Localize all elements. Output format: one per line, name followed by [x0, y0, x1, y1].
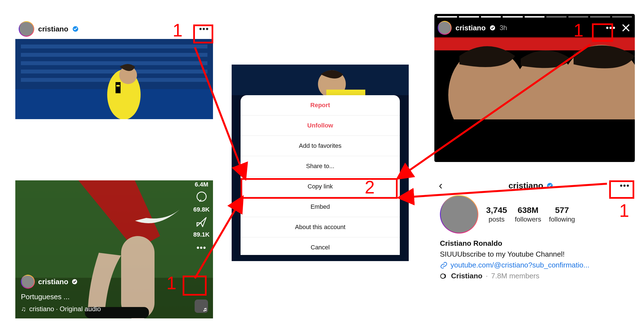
reel-action-rail: 6.4M 69.8K 89.1K •••: [193, 180, 210, 318]
stat-following[interactable]: 577 following: [549, 205, 575, 223]
share-icon[interactable]: [195, 216, 208, 228]
menu-add-favorites[interactable]: Add to favorites: [241, 136, 400, 156]
verified-icon: [72, 26, 79, 32]
profile-bio: SIUUUbscribe to my Youtube Channel!: [440, 249, 629, 260]
highlight-profile-more: [609, 180, 634, 199]
reel-comment-count: 69.8K: [193, 206, 210, 213]
music-icon: ♫: [21, 305, 26, 313]
stat-followers[interactable]: 638M followers: [515, 205, 541, 223]
step-2-label: 2: [365, 177, 375, 198]
reel-audio-label: cristiano · Original audio: [29, 305, 101, 313]
menu-share-to[interactable]: Share to...: [241, 156, 400, 176]
svg-point-16: [197, 192, 206, 201]
highlight-feed-more: [193, 24, 213, 43]
reel-avatar[interactable]: [21, 275, 35, 289]
step-1-label: 1: [574, 20, 584, 41]
profile-username-nav: cristiano: [508, 181, 543, 190]
reel-more-button[interactable]: •••: [196, 242, 207, 253]
feed-avatar[interactable]: [19, 21, 34, 37]
close-icon[interactable]: [620, 22, 631, 33]
profile-display-name: Cristiano Ronaldo: [440, 238, 629, 249]
reel-audio-thumb[interactable]: [195, 299, 208, 313]
action-sheet: Report Unfollow Add to favorites Share t…: [241, 95, 400, 255]
verified-icon: [547, 182, 553, 189]
feed-header: cristiano •••: [15, 19, 213, 39]
verified-icon: [72, 279, 78, 285]
stat-posts[interactable]: 3,745 posts: [486, 205, 507, 223]
profile-channel-name: Cristiano: [451, 271, 483, 281]
comment-icon[interactable]: [195, 191, 208, 203]
reel-username[interactable]: cristiano: [38, 278, 68, 286]
channel-icon: [440, 272, 448, 280]
menu-about-account[interactable]: About this account: [241, 217, 400, 237]
menu-cancel[interactable]: Cancel: [241, 237, 400, 255]
feed-photo[interactable]: [15, 39, 213, 119]
svg-rect-20: [326, 90, 365, 95]
verified-icon: [489, 25, 496, 31]
profile-channel[interactable]: Cristiano · 7.8M members: [440, 271, 629, 281]
svg-rect-6: [21, 70, 207, 73]
svg-point-29: [440, 274, 445, 278]
stat-followers-label: followers: [515, 215, 541, 223]
reel-share-count: 89.1K: [193, 231, 210, 238]
profile-link-text: youtube.com/@cristiano?sub_confirmatio..…: [450, 260, 589, 271]
reel-post: 6.4M 69.8K 89.1K ••• cristiano Portugues…: [15, 180, 213, 318]
svg-rect-10: [116, 82, 121, 93]
profile-link[interactable]: youtube.com/@cristiano?sub_confirmatio..…: [440, 260, 629, 271]
svg-rect-3: [21, 45, 207, 48]
story-progress: [434, 14, 635, 19]
svg-rect-14: [121, 236, 155, 318]
link-icon: [440, 261, 448, 269]
stat-following-label: following: [549, 215, 575, 223]
svg-rect-11: [116, 85, 120, 87]
step-1-label: 1: [173, 20, 183, 41]
highlight-story-more: [592, 23, 613, 42]
stat-posts-label: posts: [489, 215, 505, 223]
profile-avatar[interactable]: [440, 195, 478, 234]
step-1-label: 1: [619, 200, 629, 221]
highlight-reel-more: [183, 276, 207, 296]
menu-report[interactable]: Report: [241, 95, 400, 116]
step-1-label: 1: [166, 273, 177, 293]
feed-username[interactable]: cristiano: [38, 25, 68, 33]
stat-following-value: 577: [555, 205, 569, 215]
profile-channel-members: 7.8M members: [491, 271, 539, 281]
story-timestamp: 3h: [499, 24, 507, 32]
back-button[interactable]: ‹: [439, 179, 442, 192]
menu-unfollow[interactable]: Unfollow: [241, 116, 400, 136]
reel-like-count: 6.4M: [195, 181, 208, 188]
story-photo[interactable]: [434, 37, 635, 119]
stat-posts-value: 3,745: [486, 205, 507, 215]
story-avatar[interactable]: [438, 21, 452, 35]
svg-rect-4: [21, 53, 207, 57]
profile-view: ‹ cristiano ••• 3,745 posts 638M followe…: [434, 178, 635, 281]
feed-post: cristiano •••: [15, 19, 213, 119]
action-sheet-backdrop: Report Unfollow Add to favorites Share t…: [232, 65, 409, 261]
reel-audio-row[interactable]: ♫ cristiano · Original audio: [21, 305, 101, 313]
stat-followers-value: 638M: [518, 205, 538, 215]
svg-rect-5: [21, 61, 207, 65]
menu-embed[interactable]: Embed: [241, 197, 400, 217]
reel-caption: Portugueses ...: [21, 293, 101, 301]
story-username[interactable]: cristiano: [456, 24, 486, 32]
